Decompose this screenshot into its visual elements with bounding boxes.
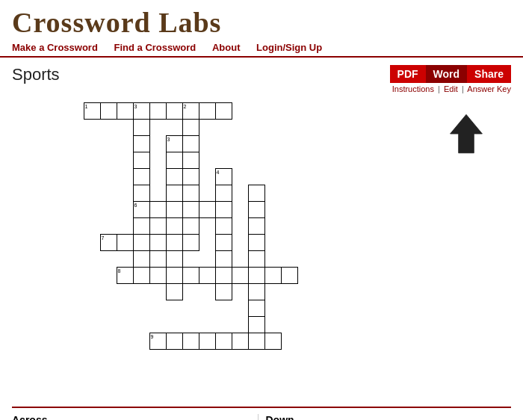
nav-about[interactable]: About: [212, 42, 241, 53]
down-title: Down: [266, 414, 504, 421]
share-button[interactable]: Share: [467, 65, 511, 83]
clues-down: Down 2. the sport or activity of swimmin…: [258, 414, 512, 421]
nav-make-crossword[interactable]: Make a Crossword: [12, 42, 98, 53]
pdf-button[interactable]: PDF: [390, 65, 426, 83]
edit-link[interactable]: Edit: [444, 84, 458, 93]
clues-across: Across 1. a game in which two or four pl…: [12, 414, 258, 421]
word-button[interactable]: Word: [426, 65, 468, 83]
instructions-link[interactable]: Instructions: [392, 84, 434, 93]
puzzle-title: Sports: [12, 65, 60, 84]
answer-key-link[interactable]: Answer Key: [467, 84, 511, 93]
svg-marker-0: [451, 114, 483, 152]
crossword-grid: 132346789: [12, 96, 511, 399]
nav-login[interactable]: Login/Sign Up: [256, 42, 322, 53]
nav-find-crossword[interactable]: Find a Crossword: [114, 42, 196, 53]
across-title: Across: [12, 414, 250, 421]
sep1: |: [438, 84, 440, 93]
navigation: Make a Crossword Find a Crossword About …: [0, 39, 523, 58]
site-title: Crossword Labs: [12, 6, 511, 39]
up-arrow-icon: [444, 111, 489, 156]
action-buttons: PDF Word Share Instructions | Edit | Ans…: [390, 65, 511, 93]
sep2: |: [462, 84, 464, 93]
